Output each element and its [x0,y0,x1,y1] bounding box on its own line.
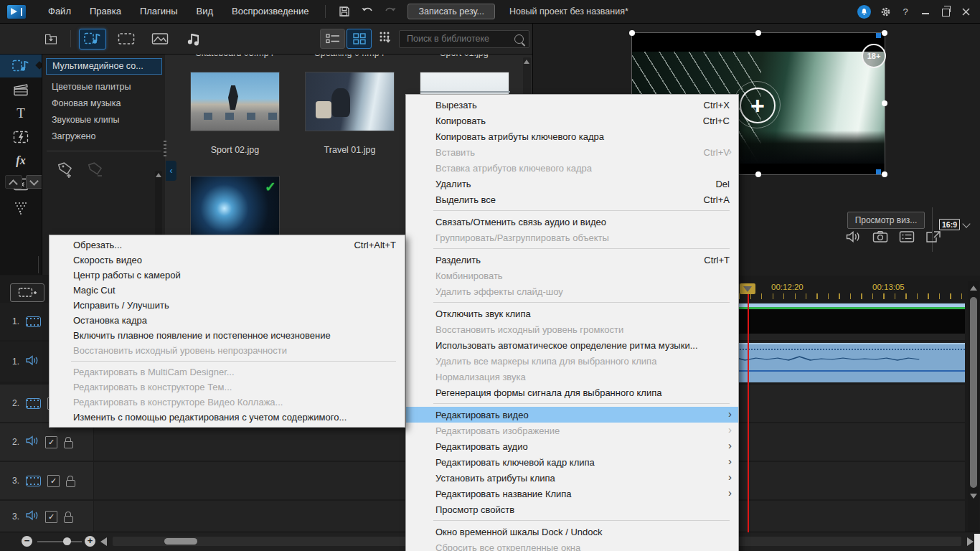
track-enable-checkbox[interactable]: ✓ [45,436,57,448]
menu-item[interactable]: Центр работы с камерой [50,268,405,283]
scrollbar-thumb[interactable] [970,297,977,488]
menu-item[interactable]: Magic Cut [50,283,405,298]
menu-item[interactable]: Редактировать в конструкторе Тем... [50,380,405,395]
resize-handle[interactable] [882,100,887,106]
track-enable-checkbox[interactable]: ✓ [47,475,60,487]
menu-item[interactable]: Изменить с помощью редактирования с учет… [50,410,405,425]
track-header-video3[interactable]: 3. ✓ [0,462,93,499]
resize-handle[interactable] [882,171,887,177]
menu-item[interactable]: Восстановить исходный уровень непрозрачн… [50,343,405,358]
zoom-in-button[interactable]: + [85,536,95,547]
menu-item[interactable]: Редактировать в конструкторе Видео Колла… [50,395,405,410]
track-header-audio3[interactable]: 3. ✓ [0,501,93,532]
menu-item[interactable]: Вставка атрибутов ключевого кадра [406,160,738,176]
scroll-up-arrow[interactable] [970,286,977,291]
mute-speaker-icon[interactable] [846,230,862,246]
rail-titles-icon[interactable]: T [0,102,42,125]
media-thumbnail-sport02[interactable] [190,72,280,131]
scroll-up-arrow[interactable] [524,60,529,64]
close-button[interactable] [960,6,971,17]
scroll-down-arrow[interactable] [970,494,977,499]
playhead-marker[interactable] [740,283,755,294]
menu-item[interactable]: Включить плавное появление и постепенное… [50,328,405,343]
panel-splitter-grip[interactable] [164,141,166,156]
tab-transitions[interactable] [113,29,140,50]
menu-edit[interactable]: Правка [80,0,131,23]
zoom-out-button[interactable]: − [22,536,32,547]
menu-item[interactable]: Редактировать изображение› [406,423,738,438]
menu-item[interactable]: Редактировать аудио› [406,438,738,454]
menu-playback[interactable]: Воспроизведение [222,0,318,23]
menu-item[interactable]: Сбросить все открепленные окна [406,540,738,551]
track-lock-icon[interactable] [66,480,75,487]
rail-clapperboard-icon[interactable] [0,78,42,101]
category-media-content[interactable]: Мультимедийное со... [46,58,162,75]
scroll-left-arrow[interactable] [100,537,107,546]
menu-item[interactable]: Комбинировать [406,268,738,283]
remove-tag-icon[interactable] [87,160,105,182]
panel-collapse-button[interactable]: ‹ [166,161,176,181]
category-background-music[interactable]: Фоновая музыка [42,95,166,112]
menu-plugins[interactable]: Плагины [131,0,187,23]
media-thumbnail-selected-video[interactable]: ✓ [190,176,280,235]
settings-gear-icon[interactable] [880,6,891,17]
menu-item[interactable]: Связать/Отменить связь аудио и видео [406,214,738,230]
menu-item[interactable]: ВырезатьCtrl+X [406,97,738,113]
timeline-vertical-scrollbar[interactable] [968,281,979,532]
menu-item[interactable]: Выделить всеCtrl+A [406,192,738,207]
menu-item[interactable]: ВставитьCtrl+V› [406,144,738,160]
track-enable-checkbox[interactable]: ✓ [45,511,57,523]
undo-icon[interactable] [361,5,374,18]
scroll-right-arrow[interactable] [967,537,974,546]
sort-options-icon[interactable] [379,31,392,47]
menu-item[interactable]: Удалить все маркеры клипа для выбранного… [406,353,738,369]
menu-item[interactable]: УдалитьDel [406,176,738,192]
menu-item[interactable]: Редактировать в MultiCam Designer... [50,364,405,380]
menu-item[interactable]: Исправить / Улучшить [50,298,405,313]
track-lock-icon[interactable] [64,441,73,448]
save-icon[interactable] [338,5,351,18]
rail-transitions-icon[interactable] [0,126,42,149]
resize-handle[interactable] [755,171,761,177]
menu-item[interactable]: Остановка кадра [50,313,405,328]
menu-item[interactable]: Окно временной шкалы Dock / Undock [406,524,738,540]
snapshot-camera-icon[interactable] [872,230,888,246]
menu-item[interactable]: РазделитьCtrl+T [406,252,738,268]
track-lock-icon[interactable] [64,516,73,523]
notifications-bell-icon[interactable] [857,5,871,19]
menu-item[interactable]: Использовать автоматическое определение … [406,337,738,353]
resize-handle[interactable] [882,30,887,36]
menu-item[interactable]: Копировать атрибуты ключевого кадра [406,128,738,144]
category-downloaded[interactable]: Загружено [42,128,166,145]
media-thumbnail-travel01[interactable] [305,72,395,131]
display-options-icon[interactable] [899,230,915,246]
tab-media-content[interactable] [79,29,106,50]
tab-audio[interactable] [180,29,207,50]
scrollbar-thumb[interactable] [164,538,197,545]
menu-item[interactable]: Регенерация формы сигнала для выбранного… [406,385,738,400]
menu-item[interactable]: Редактировать ключевой кадр клипа› [406,454,738,470]
import-media-icon[interactable] [44,32,57,45]
menu-item[interactable]: Нормализация звука [406,369,738,385]
tab-overlays[interactable] [146,29,174,50]
menu-view[interactable]: Вид [187,0,223,23]
undock-preview-icon[interactable] [925,230,941,246]
add-tag-icon[interactable] [57,160,75,182]
resize-handle[interactable] [629,30,635,36]
rail-effects-icon[interactable]: fx [0,149,42,172]
menu-item[interactable]: Удалить эффекты слайд-шоу [406,283,738,299]
search-input[interactable] [405,33,514,44]
aspect-ratio-selector[interactable]: 16:9 [939,219,969,230]
help-button[interactable]: ? [900,6,911,17]
zoom-slider-handle[interactable] [63,537,71,545]
menu-item[interactable]: Группировать/Разгруппировать объекты [406,230,738,245]
menu-item[interactable]: Отключить звук клипа [406,306,738,321]
redo-icon[interactable] [384,5,397,18]
menu-item[interactable]: Обрезать...Ctrl+Alt+T [50,237,405,253]
track-header-audio2[interactable]: 2. ✓ [0,423,93,461]
menu-item[interactable]: КопироватьCtrl+C [406,113,738,128]
record-result-button[interactable]: Записать резу... [407,4,495,19]
menu-item[interactable]: Просмотр свойств [406,501,738,517]
restore-window-button[interactable] [940,6,951,17]
rail-particle-spray-icon[interactable] [0,197,42,220]
